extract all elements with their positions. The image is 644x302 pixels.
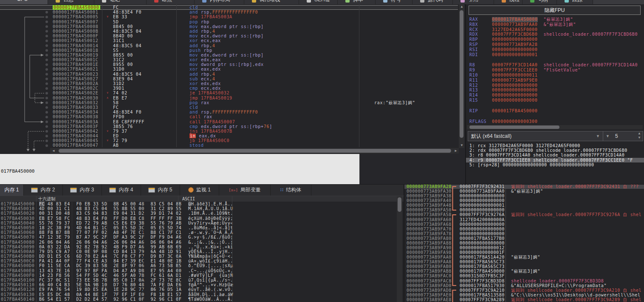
dump-tab-2[interactable]: 内存 2 [24,184,63,196]
stack-row[interactable]: 000000773AB9FA700000000000000000 [404,227,644,231]
dump-tab-3[interactable]: 内存 3 [63,184,102,196]
disasm-row[interactable]: 0000017FBA450033FCcld [0,105,458,110]
register-row[interactable]: R130000000000000000 [466,88,644,93]
call-argument-row[interactable]: 3: r8 00007FF7F3CD14A0 shellcode_loader.… [466,153,644,157]
disasm-row[interactable]: 0000017FBA45000F8B4D 00mov ecx,dword ptr… [0,34,458,38]
stack-row[interactable]: 000000773AB9FAE00000017FBA513580&"C:\\Us… [404,293,644,297]
dump-row[interactable]: 017FBA4500104D 00 31 C148 83 C5 0455 8B … [0,206,404,211]
disassembly-panel[interactable]: AX 0000017FBA450000FCcld0000017FBA450001… [0,4,459,154]
dump-row[interactable]: 017FBA4500B0DD D1 E5 C66D 70 E2 A47C F0 … [0,254,404,259]
stack-row[interactable]: 000000773AB9FA680000000000000000 [404,222,644,227]
top-tab-5[interactable]: 调用堆栈 [244,0,299,4]
scroll-right-icon[interactable]: ► [454,149,458,153]
register-row[interactable]: R900007FF7F3CC1EE0"FlsGetValue" [466,68,644,73]
stack-row[interactable]: 000000773AB9FA880000000000000000 [404,241,644,245]
register-row[interactable]: RDX00007FF7F3CBD6B0shellcode_loader.0000… [466,32,644,37]
disasm-vertical-scrollbar[interactable]: ▲ ▼ [459,4,464,148]
register-row[interactable]: R140000000000000000 [466,93,644,98]
disasm-row[interactable]: 0000017FBA450030∧EB E7jmp 17FBA450019 [0,96,458,100]
scrollbar-thumb[interactable] [469,125,559,129]
dump-row[interactable]: 017FBA45007047 12 3E 79B7 A7 9C 2FDF A3 … [0,235,404,239]
disasm-row[interactable]: 0000017FBA45003AE8 C8FFFFFFcall 17FBA450… [0,120,458,124]
disasm-row[interactable]: 0000017FBA45002783E9 04sub ecx,4 [0,77,458,81]
register-row[interactable]: R150000000000000000 [466,98,644,103]
dump-tab-4[interactable]: 内存 4 [102,184,141,196]
stack-row[interactable]: 000000773AB9FA2800007FF7F3C92431返回到 shel… [404,184,644,189]
disasm-row[interactable]: 0000017FBA450045∨72 79jb 17FBA4500C0 [0,138,458,143]
scrollbar-thumb[interactable] [59,149,451,153]
register-row[interactable]: RFLAGS0000000000000300 [466,119,644,124]
disasm-row[interactable]: 0000017FBA45002C39D1cmp ecx,edx [0,86,458,91]
panel-splitter[interactable] [404,184,404,302]
dump-row[interactable]: 017FBA450030EB E7 58 FC48 83 E4 F0FF D0 … [0,216,404,221]
dump-row[interactable]: 017FBA45011066 40 C4 B35E 9A 9B 10D7 76 … [0,282,404,287]
disasm-row[interactable]: 0000017FBA45001231C1xor ecx,eax [0,38,458,43]
panel-splitter[interactable] [465,4,466,184]
args-count-spinner[interactable]: ▼ 5 ▲▼ [603,131,643,141]
disasm-row[interactable]: 0000017FBA450005∨EB 33jmp 17FBA45003A [0,14,458,19]
register-row[interactable]: RAX0000017FBA450000"薂冧恙3]婤" [466,17,644,22]
top-tab-1[interactable]: 日志 [48,0,94,4]
dump-row[interactable]: 017FBA45002000 31 D0 4883 C5 04 83E9 04 … [0,211,404,216]
register-row[interactable]: R100000000000000011 [466,73,644,78]
register-row[interactable]: RCX3127ED42A65F0000 [466,27,644,32]
disasm-row[interactable]: 0000017FBA4500198B55 00mov edx,dword ptr… [0,53,458,57]
dump-row[interactable]: 017FBA45006088 F8 B7 8B77 07 FF 02A8 4F … [0,230,404,235]
memory-dump-panel[interactable]: 十六进制 ASCII 017FBA450000FC 48 83 E4F0 EB … [0,196,404,302]
top-tab-10[interactable]: 引用 [453,0,494,4]
dump-row[interactable]: 017FBA4500D0F0 11 5E CADC 39 83 5B2E 8F … [0,263,404,268]
register-row[interactable]: RBP0000000000000000 [466,37,644,42]
call-argument-row[interactable]: 2: rdx 00007FF7F3CBD6B0 shellcode_loader… [466,148,644,153]
scrollbar-thumb[interactable] [398,197,401,212]
stack-row[interactable]: 000000773AB9FAA00000017FBA51A420"薂冧恙3]婤" [404,255,644,259]
dump-row[interactable]: 017FBA4500F014 23 F8 5654 FF 5D 4C46 5F … [0,273,404,278]
disasm-horizontal-scrollbar[interactable]: ◄ ► [50,148,459,154]
disasm-row[interactable]: 0000017FBA45000148:83E4 F0and rsp,FFFFFF… [0,10,458,14]
stack-row[interactable]: 000000773AB9FA30000000773AB9FAA0&"薂冧恙3]婤… [404,189,644,194]
disasm-row[interactable]: 0000017FBA450042∨79 37jns 17FBA45007B [0,129,458,134]
top-tab-8[interactable]: 符号 [376,0,412,4]
dump-tab-8[interactable]: ∷结构体 [271,184,311,196]
disasm-row[interactable]: 0000017FBA45003F3B55 76cmp edx,dword ptr… [0,124,458,129]
stack-row[interactable]: 000000773AB9FAE800007FF7F3C9A289返回到 shel… [404,297,644,302]
call-argument-row[interactable]: 1: rcx 3127ED42A65F0000 3127ED42A65F0000 [466,143,644,148]
register-row[interactable]: RIP0000017FBA450000 [466,108,644,114]
dump-row[interactable]: 017FBA4500C0FA 41 A4 0F77 F4 CE A384 E7 … [0,259,404,263]
dump-row[interactable]: 017FBA4500900A 03 22 DA92 82 78 924B F9 … [0,245,404,249]
disasm-row[interactable]: 0000017FBA45002348:83C5 04add rbp,4 [0,72,458,77]
stack-row[interactable]: 000000773AB9FA5800007FF7F3C9276A返回到 shel… [404,212,644,217]
register-row[interactable]: RDI0000000000000001 [466,52,644,57]
top-tab-12[interactable]: 句柄 [523,0,557,4]
dump-row[interactable]: 017FBA450120E9 FA 76 5419 8D E5 EA1E 28 … [0,287,404,292]
stack-panel[interactable]: 000000773AB9FA2800007FF7F3C92431返回到 shel… [404,184,644,302]
scroll-down-icon[interactable]: ▼ [460,144,463,147]
scroll-left-icon[interactable]: ◄ [52,149,55,153]
spinner-arrows-icon[interactable]: ▲▼ [638,131,641,140]
panel-splitter[interactable] [0,184,644,185]
top-tab-2[interactable]: 笔记 [94,0,147,4]
disasm-row[interactable]: 0000017FBA45001C31C2xor edx,eax [0,57,458,62]
dump-row[interactable]: 017FBA4500E013 43 7E 1697 97 BF FAD4 A7 … [0,268,404,273]
register-row[interactable]: R800007FF7F3CD14A0shellcode_loader.00007… [466,63,644,68]
top-tab-3[interactable]: 断点 [147,0,195,4]
register-row[interactable]: RSP000000773AB9FA28 [466,42,644,47]
stack-row[interactable]: 000000773AB9FA380000000000000000 [404,194,644,198]
dump-row[interactable]: 017FBA45005018 2C 38 F94D 64 B1 1C05 E5 … [0,225,404,230]
dump-tab-1[interactable]: 内存 1 [0,184,24,197]
stack-row[interactable]: 000000773AB9FA500000000000000000 [404,208,644,212]
disasm-row[interactable]: 0000017FBA450000FCcld [0,5,458,10]
dump-vertical-scrollbar[interactable] [397,196,402,302]
stack-row[interactable]: 000000773AB9FA800000017FBA5177B0 [404,236,644,241]
top-tab-11[interactable]: 线程 [494,0,523,4]
disasm-row[interactable]: 0000017FBA45003258pop raxrax:"薂冧恙3]婤" [0,100,458,105]
stack-row[interactable]: 000000773AB9FA480000000000000001 [404,203,644,208]
hide-fpu-button[interactable]: 隐藏FPU [469,6,641,15]
stack-row[interactable]: 000000773AB9FA98000000000000001F [404,250,644,255]
disasm-row[interactable]: 0000017FBA45002131D0xor eax,edx [0,67,458,71]
disasm-row[interactable]: 0000017FBA4500075Dpop rbp [0,20,458,24]
registers-horizontal-scrollbar[interactable] [467,125,643,129]
disasm-row[interactable]: 0000017FBA45001448:83C5 04add rbp,4 [0,43,458,48]
stack-row[interactable]: 000000773AB9FAC000003150D7FB5C3F [404,274,644,278]
stack-row[interactable]: 000000773AB9FAB00000017FBA565C73 [404,264,644,269]
disasm-row[interactable]: 0000017FBA45001E8955 00mov dword ptr ss:… [0,62,458,67]
